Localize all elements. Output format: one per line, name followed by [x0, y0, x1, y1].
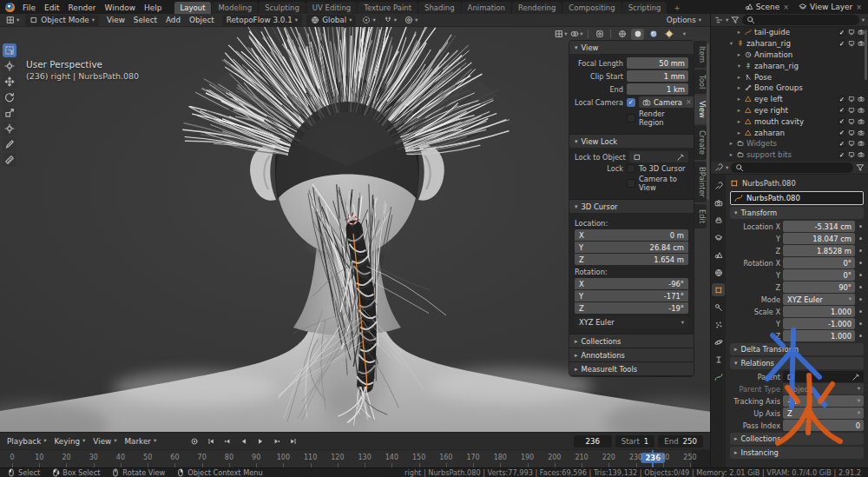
- view-layer-unlink-icon[interactable]: ×: [855, 3, 863, 11]
- properties-tab-view-layer[interactable]: [712, 231, 725, 244]
- key-next-button[interactable]: [269, 435, 284, 447]
- viewport-menu-object[interactable]: Object: [186, 16, 218, 24]
- retopoflow-menu[interactable]: RetopoFlow 3.0.1▾: [222, 15, 302, 26]
- properties-tab-modifiers[interactable]: [712, 301, 725, 314]
- cursor-rotation-y[interactable]: Y-171°: [575, 290, 688, 301]
- shading-dropdown[interactable]: ▾: [678, 29, 691, 40]
- eyedropper-icon[interactable]: [676, 153, 685, 162]
- tool-rotate[interactable]: [3, 90, 16, 104]
- npanel-tab-item[interactable]: Item: [694, 41, 707, 68]
- viewport-3d[interactable]: ▾ Object Mode▾ ViewSelectAddObject Retop…: [0, 14, 710, 432]
- transform-field[interactable]: 18.047 cm: [783, 233, 855, 244]
- outliner-display-options[interactable]: ▾: [862, 17, 865, 23]
- shading-sphere-wireframe[interactable]: [615, 29, 628, 40]
- collections-section-header[interactable]: ▸Collections: [730, 433, 864, 445]
- section-view-header[interactable]: ▾View: [569, 41, 694, 54]
- transform-field[interactable]: 0°: [783, 269, 855, 281]
- section-measureit-tools-header[interactable]: ▸MeasureIt Tools: [569, 362, 694, 375]
- section-annotations-header[interactable]: ▸Annotations: [569, 348, 694, 361]
- section-collections-header[interactable]: ▸Collections: [569, 335, 694, 348]
- parent-field[interactable]: [783, 371, 864, 382]
- transform-field[interactable]: -5.314 cm: [783, 221, 855, 232]
- workspace-tab-rendering[interactable]: Rendering: [512, 2, 562, 14]
- render-region-checkbox[interactable]: [627, 114, 635, 123]
- scene-unlink-icon[interactable]: ×: [782, 3, 790, 11]
- tool-measure[interactable]: [3, 153, 16, 167]
- properties-tab-object[interactable]: [712, 283, 725, 296]
- animate-dot[interactable]: [858, 237, 864, 240]
- animate-dot[interactable]: [858, 225, 864, 228]
- blender-logo-icon[interactable]: [5, 3, 15, 12]
- transform-field[interactable]: 1.000: [783, 330, 855, 341]
- clip-end-field[interactable]: 1 km: [627, 83, 688, 95]
- workspace-tab-shading[interactable]: Shading: [418, 2, 461, 14]
- view-layer-selector[interactable]: View Layer ×: [799, 3, 863, 11]
- npanel-tab-view[interactable]: View: [694, 96, 707, 123]
- cursor-rotation-mode-dropdown[interactable]: XYZ Euler▾: [575, 316, 688, 328]
- current-frame-field[interactable]: 236: [574, 435, 612, 447]
- camera-to-view-checkbox[interactable]: [627, 179, 635, 188]
- play-reverse-button[interactable]: [236, 435, 251, 447]
- viewport-menu-select[interactable]: Select: [130, 16, 161, 24]
- outliner-item-zaharan_rig[interactable]: ▾zaharan_rig✓: [711, 38, 868, 50]
- properties-editor-icon[interactable]: [714, 163, 723, 172]
- focal-length-field[interactable]: 50 mm: [627, 57, 688, 69]
- tool-transform[interactable]: [3, 122, 16, 136]
- menu-window[interactable]: Window: [101, 3, 141, 13]
- transform-field[interactable]: 0°: [783, 257, 855, 268]
- jump-end-button[interactable]: [286, 435, 300, 447]
- properties-search-input[interactable]: [731, 162, 853, 173]
- relations-section-header[interactable]: ▾Relations: [730, 357, 864, 369]
- orientation-dropdown[interactable]: Global▾: [306, 15, 356, 26]
- animate-dot[interactable]: [858, 286, 864, 288]
- outliner-item-widgets[interactable]: ▸Widgets✓: [711, 138, 868, 149]
- transform-field[interactable]: -1.000: [783, 318, 855, 329]
- rotation-mode-dropdown[interactable]: XYZ Euler▾: [783, 294, 855, 305]
- transform-field[interactable]: 90°: [783, 282, 855, 293]
- outliner-editor-icon[interactable]: [714, 16, 723, 24]
- outliner-item-pose[interactable]: ▸Pose: [711, 71, 868, 83]
- pivot-dropdown[interactable]: ▾: [360, 16, 377, 24]
- clip-start-field[interactable]: 1 mm: [627, 70, 688, 82]
- lock-3d-cursor-checkbox[interactable]: [627, 164, 635, 173]
- menu-file[interactable]: File: [18, 3, 40, 13]
- outliner-item-support-bits[interactable]: ▸support bits✓: [711, 149, 868, 161]
- tool-move[interactable]: [3, 75, 16, 89]
- exclude-checkbox[interactable]: ✓: [838, 29, 845, 36]
- camera-clear-icon[interactable]: ×: [685, 98, 693, 106]
- properties-tab-output[interactable]: [712, 214, 725, 227]
- up-axis-dropdown[interactable]: Z▾: [783, 407, 864, 419]
- workspace-tab-layout[interactable]: Layout: [174, 2, 212, 14]
- exclude-checkbox[interactable]: ✓: [838, 96, 845, 103]
- frame-end-field[interactable]: End250: [658, 435, 703, 447]
- workspace-tab-texture-paint[interactable]: Texture Paint: [358, 2, 418, 14]
- timeline-menu-playback[interactable]: Playback ▾: [7, 437, 47, 446]
- properties-filter-icon[interactable]: [856, 163, 865, 172]
- timeline-menu-marker[interactable]: Marker ▾: [125, 437, 157, 446]
- menu-help[interactable]: Help: [140, 3, 167, 13]
- animate-dot[interactable]: [858, 335, 864, 337]
- tool-annotate[interactable]: [3, 137, 16, 151]
- transform-field[interactable]: 1.000: [783, 306, 855, 317]
- properties-tab-constraints[interactable]: [712, 353, 725, 366]
- exclude-checkbox[interactable]: ✓: [838, 107, 845, 114]
- animate-dot[interactable]: [858, 262, 864, 264]
- exclude-checkbox[interactable]: ✓: [838, 140, 845, 147]
- menu-render[interactable]: Render: [64, 3, 101, 13]
- properties-tab-scene[interactable]: [712, 248, 725, 262]
- xray-toggle[interactable]: [593, 29, 606, 40]
- properties-tab-tool[interactable]: [712, 179, 725, 192]
- cursor-rotation-x[interactable]: X-96°: [575, 278, 688, 289]
- cursor-rotation-z[interactable]: Z-19°: [575, 302, 688, 314]
- scene-selector[interactable]: Scene ×: [745, 3, 790, 11]
- filter-icon[interactable]: [731, 16, 740, 24]
- properties-tab-world[interactable]: [712, 266, 725, 279]
- parent-type-dropdown[interactable]: Object▾: [783, 383, 864, 394]
- options-dropdown[interactable]: Options▾: [662, 15, 706, 26]
- transform-field[interactable]: 1.8528 m: [783, 245, 855, 256]
- outliner-item-eye-right[interactable]: ▸eye right✓: [711, 105, 868, 116]
- mode-dropdown[interactable]: Object Mode▾: [25, 15, 99, 26]
- workspace-tab-uv-editing[interactable]: UV Editing: [306, 2, 357, 14]
- outliner-item-zaharan_rig[interactable]: ▾zaharan_rig: [711, 60, 868, 71]
- object-name-field[interactable]: NurbsPath.080: [730, 191, 864, 205]
